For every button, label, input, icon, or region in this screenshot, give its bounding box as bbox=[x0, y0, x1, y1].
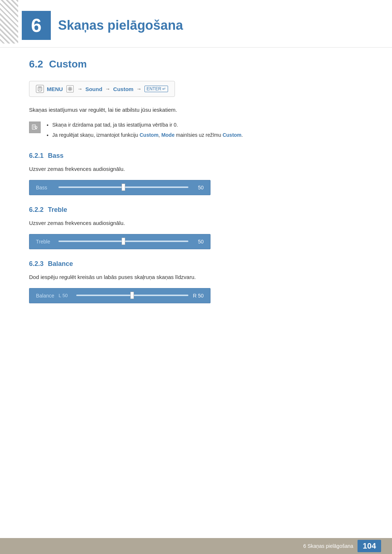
balance-track bbox=[76, 295, 188, 296]
balance-description: Dod iespēju regulēt kreisās un labās pus… bbox=[29, 273, 363, 282]
stripe-decoration bbox=[0, 0, 18, 44]
balance-slider-widget[interactable]: Balance L 50 R 50 bbox=[29, 288, 211, 303]
treble-track bbox=[58, 241, 188, 242]
footer-page-number: 104 bbox=[358, 540, 381, 552]
highlight-custom-1: Custom bbox=[139, 132, 158, 138]
balance-slider-label: Balance bbox=[36, 293, 54, 299]
svg-rect-1 bbox=[39, 87, 41, 88]
section-heading: 6.2 Custom bbox=[29, 58, 363, 70]
subsection-bass-title: Bass bbox=[48, 152, 64, 160]
enter-icon: ENTER ↵ bbox=[144, 86, 168, 92]
nav-breadcrumb: MENU → Sound → Custom → ENTER ↵ bbox=[29, 81, 175, 97]
nav-custom: Custom bbox=[113, 86, 134, 92]
chapter-title: Skaņas pielāgošana bbox=[58, 18, 183, 33]
balance-track-container[interactable] bbox=[76, 295, 188, 297]
note-item-2: Ja regulējat skaņu, izmantojot funkciju … bbox=[52, 131, 243, 140]
treble-slider-widget[interactable]: Treble 50 bbox=[29, 234, 211, 249]
note-icon bbox=[29, 122, 41, 133]
subsection-treble-title: Treble bbox=[48, 206, 67, 214]
grid-icon bbox=[66, 85, 74, 93]
bass-description: Uzsver zemas frekvences audiosignālu. bbox=[29, 165, 363, 173]
nav-arrow-1: → bbox=[77, 86, 82, 92]
treble-description: Uzsver zemas frekvences audiosignālu. bbox=[29, 219, 363, 227]
note-block: Skaņa ir dzirdama pat tad, ja tās iestat… bbox=[29, 121, 363, 141]
subsection-bass-number: 6.2.1 bbox=[29, 152, 44, 160]
treble-track-container[interactable] bbox=[58, 241, 188, 243]
nav-arrow-3: → bbox=[136, 86, 142, 92]
svg-point-2 bbox=[40, 89, 41, 90]
bass-track-container[interactable] bbox=[58, 186, 188, 189]
chapter-number: 6 bbox=[22, 11, 51, 40]
page-footer: 6 Skaņas pielāgošana 104 bbox=[0, 538, 392, 554]
bass-value: 50 bbox=[193, 185, 204, 190]
balance-thumb[interactable] bbox=[130, 292, 134, 299]
chapter-header: 6 Skaņas pielāgošana bbox=[0, 0, 392, 48]
highlight-mode: Mode bbox=[161, 132, 175, 138]
treble-thumb[interactable] bbox=[122, 238, 125, 245]
subsection-balance-heading: 6.2.3 Balance bbox=[29, 260, 363, 268]
section-title: Custom bbox=[49, 58, 87, 70]
section-number: 6.2 bbox=[29, 58, 43, 70]
remote-icon bbox=[36, 85, 44, 93]
note-list: Skaņa ir dzirdama pat tad, ja tās iestat… bbox=[46, 121, 243, 141]
subsection-bass-heading: 6.2.1 Bass bbox=[29, 152, 363, 160]
subsection-balance-title: Balance bbox=[48, 260, 73, 268]
highlight-custom-2: Custom bbox=[222, 132, 241, 138]
bass-track bbox=[58, 186, 188, 188]
note-item-1: Skaņa ir dzirdama pat tad, ja tās iestat… bbox=[52, 121, 243, 130]
bass-thumb[interactable] bbox=[122, 184, 125, 191]
subsection-balance-number: 6.2.3 bbox=[29, 260, 44, 268]
balance-right-value: R 50 bbox=[193, 293, 204, 299]
nav-menu-label: MENU bbox=[47, 86, 63, 92]
intro-text: Skaņas iestatījumus var regulēt, lai tie… bbox=[29, 106, 363, 114]
subsection-treble-heading: 6.2.2 Treble bbox=[29, 206, 363, 214]
treble-value: 50 bbox=[193, 239, 204, 245]
nav-arrow-2: → bbox=[105, 86, 110, 92]
treble-slider-label: Treble bbox=[36, 239, 54, 245]
nav-sound: Sound bbox=[85, 86, 102, 92]
subsection-treble-number: 6.2.2 bbox=[29, 206, 44, 214]
balance-left-label: L 50 bbox=[59, 293, 72, 298]
bass-slider-label: Bass bbox=[36, 185, 54, 190]
footer-text: 6 Skaņas pielāgošana bbox=[303, 543, 354, 549]
main-content: 6.2 Custom MENU bbox=[0, 58, 392, 336]
bass-slider-widget[interactable]: Bass 50 bbox=[29, 180, 211, 195]
